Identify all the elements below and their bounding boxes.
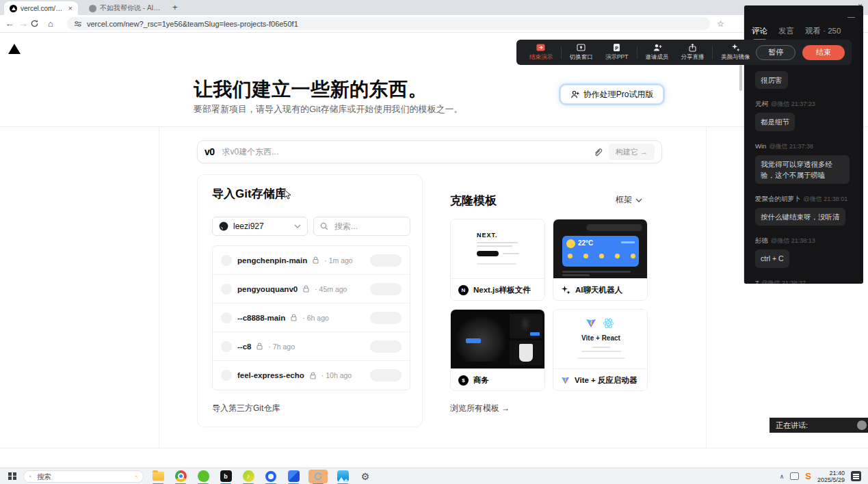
search-icon [29, 473, 31, 480]
import-button-skeleton[interactable] [370, 340, 402, 353]
build-it-button[interactable]: 构建它 → [609, 144, 655, 160]
import-button-skeleton[interactable] [370, 254, 402, 267]
start-button[interactable] [8, 472, 16, 481]
sparkles-icon [731, 43, 740, 52]
section-divider [0, 448, 868, 448]
repo-row[interactable]: feel-express-echo · 10h ago [213, 361, 410, 390]
template-card-ai-chatbot[interactable]: 22°C AI聊天机器人 [553, 219, 648, 301]
repo-name: --c8 [237, 342, 251, 351]
end-button[interactable]: 结束 [802, 45, 845, 60]
url-bar[interactable]: vercel.com/new?_rsc=1ye56&teamSlug=lees-… [67, 17, 710, 30]
end-presentation-button[interactable]: 结束演示 [523, 43, 559, 62]
paperclip-icon[interactable] [593, 147, 603, 157]
photos-mountain-icon[interactable] [334, 470, 351, 483]
blue-ring-app-icon[interactable] [263, 470, 279, 483]
template-card-vite-react[interactable]: Vite + React Vite + 反应启动器 [553, 309, 648, 391]
template-preview: Vite + React [553, 310, 647, 368]
pause-button[interactable]: 暂停 [756, 45, 795, 60]
browser-tab-strip: vercel.com/new × 不如我帮你说 - AI朋友 + × [0, 0, 868, 15]
template-card-commerce[interactable]: $ 商务 [450, 309, 545, 391]
browser-tab-ai[interactable]: 不如我帮你说 - AI朋友 [83, 1, 168, 15]
browser-tab-vercel[interactable]: vercel.com/new × [4, 1, 78, 15]
next-logo-text: NEXT. [477, 232, 498, 239]
repo-search-box[interactable] [313, 217, 410, 236]
lock-icon [313, 256, 319, 264]
v0-prompt-input[interactable] [221, 146, 587, 157]
vite-preview-title: Vite + React [553, 334, 647, 342]
repo-search-input[interactable] [333, 221, 395, 232]
browse-all-templates-link[interactable]: 浏览所有模板 → [450, 403, 510, 414]
vite-icon [586, 318, 596, 329]
browser-toolbar: ← → ⌂ vercel.com/new?_rsc=1ye56&teamSlug… [0, 15, 868, 33]
switch-window-icon [577, 43, 586, 52]
back-icon[interactable]: ← [3, 18, 16, 29]
repo-time: · 10h ago [321, 371, 352, 379]
tab-comments[interactable]: 评论 [752, 26, 767, 36]
framework-filter[interactable]: 框架 [616, 194, 642, 206]
chat-message-header: 彭德@微信 21:38:13 [755, 237, 863, 245]
tab-title: vercel.com/new [21, 5, 65, 12]
chat-message-header: 元柯@微信 21:37:23 [755, 100, 863, 109]
home-icon[interactable]: ⌂ [44, 18, 57, 29]
present-ppt-button[interactable]: P 演示PPT [599, 43, 635, 62]
loop-arrow-app-icon[interactable] [308, 470, 328, 483]
speaker-avatar [857, 420, 867, 430]
repo-name: feel-express-echo [237, 371, 304, 379]
bookmark-star-icon[interactable]: ☆ [717, 19, 724, 29]
repo-name: --c8888-main [237, 314, 285, 322]
repo-row[interactable]: pengchenpin-main · 1m ago [213, 246, 410, 275]
tab-speak[interactable]: 发言 [778, 26, 794, 36]
sogou-input-icon[interactable]: S [805, 471, 811, 481]
taskbar-clock[interactable]: 21:40 2025/5/29 [817, 470, 845, 483]
import-button-skeleton[interactable] [370, 369, 402, 381]
template-label: Next.js样板文件 [473, 285, 531, 295]
tray-window-icon[interactable] [790, 472, 799, 480]
git-account-dropdown[interactable]: leezi927 [212, 217, 308, 236]
import-button-skeleton[interactable] [370, 312, 402, 324]
blue-tiles-app-icon[interactable] [285, 470, 302, 483]
tab-title: 不如我帮你说 - AI朋友 [100, 3, 163, 13]
chrome-icon[interactable] [172, 470, 189, 483]
search-icon [320, 222, 328, 230]
nextjs-icon: N [458, 285, 469, 295]
forward-icon[interactable]: → [16, 18, 30, 29]
import-third-party-link[interactable]: 导入第三方Git仓库 [212, 403, 280, 414]
speaking-label: 正在讲话: [776, 420, 808, 431]
beauty-mirror-button[interactable]: 美颜与镜像 [715, 43, 756, 62]
github-icon [219, 221, 228, 231]
switch-window-button[interactable]: 切换窗口 [564, 43, 599, 62]
repo-row[interactable]: --c8888-main · 6h ago [213, 304, 410, 332]
new-tab-button[interactable]: + [172, 2, 178, 12]
file-explorer-icon[interactable] [150, 470, 166, 483]
chat-message-header: 7@微信 21:38:37 [755, 279, 863, 284]
share-live-button[interactable]: 分享直播 [675, 43, 711, 62]
invite-members-button[interactable]: 邀请成员 [640, 43, 675, 62]
repo-row[interactable]: pengyouquanv0 · 45m ago [213, 275, 410, 304]
tray-chevron-up-icon[interactable]: ∧ [780, 473, 785, 480]
repo-row[interactable]: --c8 · 7h ago [213, 332, 410, 361]
taskbar-search-input[interactable] [36, 472, 131, 481]
chat-meta: @微信 21:38:37 [761, 280, 806, 284]
vercel-logo [8, 44, 21, 54]
black-app-icon[interactable]: b [218, 470, 234, 483]
url-text: vercel.com/new?_rsc=1ye56&teamSlug=lees-… [87, 20, 298, 28]
import-button-skeleton[interactable] [370, 283, 402, 295]
framework-filter-label: 框架 [616, 194, 632, 206]
tab-close-icon[interactable]: × [68, 5, 73, 12]
panel-minimize-icon[interactable]: — [847, 12, 855, 21]
chat-bubble: 按什么键结束呀，没听清 [755, 208, 845, 226]
notifications-icon[interactable] [851, 471, 861, 481]
music-app-icon[interactable]: ♪ [240, 470, 257, 483]
settings-gear-icon[interactable]: ⚙ [357, 470, 373, 483]
svg-text:P: P [615, 46, 618, 51]
pro-trial-button[interactable]: 协作处理Pro试用版 [560, 85, 663, 104]
green-app-icon[interactable] [195, 470, 211, 483]
tab-watching[interactable]: 观看 · 250 [805, 26, 841, 36]
tune-icon [74, 20, 82, 28]
chevron-down-icon [294, 224, 301, 228]
refresh-icon[interactable] [30, 19, 44, 28]
template-card-nextjs[interactable]: NEXT. N Next.js样板文件 [450, 219, 545, 301]
taskbar-search[interactable] [23, 470, 144, 483]
template-preview: 22°C [553, 219, 647, 278]
scrollbar-thumb[interactable] [739, 65, 742, 91]
